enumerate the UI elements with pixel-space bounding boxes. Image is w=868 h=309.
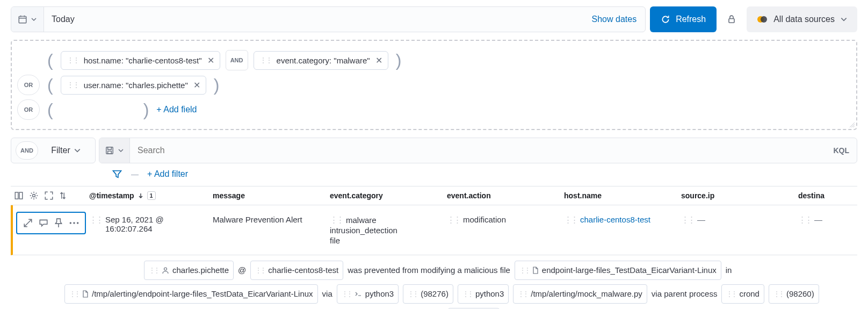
resize-handle-icon[interactable] — [849, 121, 855, 128]
drag-handle-icon[interactable] — [342, 286, 351, 302]
drag-handle-icon[interactable] — [564, 215, 577, 225]
close-icon[interactable]: ✕ — [207, 55, 214, 66]
col-category[interactable]: event.category — [327, 187, 444, 204]
table-row: Sep 16, 2021 @ 16:02:07.264 Malware Prev… — [11, 205, 857, 255]
date-label[interactable]: Today — [44, 15, 82, 24]
col-dest[interactable]: destina — [795, 187, 857, 204]
filter-pill-user[interactable]: user.name: "charles.pichette" ✕ — [61, 76, 206, 95]
token-path[interactable]: /tmp/alerting/endpoint-large-files_TestD… — [64, 284, 318, 304]
filter-text: event.category: "malware" — [277, 56, 370, 65]
search-input[interactable] — [130, 146, 826, 155]
filter-label: Filter — [51, 146, 70, 155]
cell-value: malware — [346, 215, 377, 225]
drag-handle-icon[interactable] — [255, 262, 265, 278]
fullscreen-icon[interactable] — [44, 191, 54, 200]
pin-icon[interactable] — [54, 218, 63, 228]
close-paren: ) — [394, 51, 404, 70]
row-actions-cell — [13, 205, 86, 255]
add-filter-link[interactable]: + Add filter — [147, 169, 188, 179]
sort-order-badge: 1 — [147, 191, 156, 200]
token-script[interactable]: /tmp/alerting/mock_malware.py — [513, 284, 647, 304]
show-dates-link[interactable]: Show dates — [583, 15, 646, 24]
or-badge[interactable]: OR — [17, 75, 40, 95]
cell-dest: — — [795, 205, 857, 255]
terminal-icon — [355, 291, 362, 297]
save-icon — [105, 146, 114, 155]
gear-icon[interactable] — [29, 191, 39, 200]
sourcerer-icon — [756, 13, 768, 25]
token-pid[interactable]: (98276) — [403, 284, 453, 304]
cell-value: — — [697, 215, 705, 224]
filter-icon[interactable] — [112, 169, 122, 179]
col-host[interactable]: host.name — [561, 187, 678, 204]
drag-handle-icon[interactable] — [149, 262, 158, 278]
user-icon — [162, 267, 169, 274]
drag-handle-icon[interactable] — [798, 215, 811, 225]
and-badge[interactable]: AND — [226, 50, 248, 70]
drag-handle-icon[interactable] — [67, 81, 78, 89]
drag-handle-icon[interactable] — [259, 56, 271, 64]
add-field-link[interactable]: + Add field — [156, 105, 197, 114]
filter-text: host.name: "charlie-centos8-test" — [84, 56, 202, 65]
detail-text: via parent process — [652, 286, 718, 302]
drag-handle-icon[interactable] — [726, 286, 736, 302]
chevron-down-icon — [118, 147, 124, 154]
col-message[interactable]: message — [209, 187, 327, 204]
col-label: source.ip — [681, 191, 714, 200]
drag-handle-icon[interactable] — [519, 262, 529, 278]
and-badge[interactable]: AND — [16, 141, 38, 160]
token-parent[interactable]: crond — [721, 284, 764, 304]
drag-handle-icon[interactable] — [447, 215, 460, 225]
drag-handle-icon[interactable] — [681, 215, 694, 225]
expand-icon[interactable] — [23, 218, 33, 228]
refresh-label: Refresh — [676, 15, 706, 24]
svg-point-14 — [76, 222, 78, 224]
drag-handle-icon[interactable] — [89, 215, 102, 225]
close-icon[interactable]: ✕ — [375, 55, 382, 66]
kql-toggle[interactable]: KQL — [826, 146, 857, 155]
host-link[interactable]: charlie-centos8-test — [580, 215, 650, 224]
svg-point-6 — [761, 16, 767, 23]
col-label: destina — [798, 191, 824, 200]
document-icon — [82, 290, 89, 298]
comment-icon[interactable] — [39, 218, 48, 228]
drag-handle-icon[interactable] — [408, 286, 417, 302]
token-text: python3 — [475, 286, 504, 302]
cell-value: Sep 16, 2021 @ 16:02:07.264 — [105, 215, 206, 233]
refresh-button[interactable]: Refresh — [650, 6, 717, 32]
close-icon[interactable]: ✕ — [193, 80, 200, 90]
col-label: @timestamp — [89, 191, 134, 200]
token-process[interactable]: python3 — [458, 284, 509, 304]
col-timestamp[interactable]: @timestamp 1 — [86, 187, 209, 204]
open-paren: ( — [45, 51, 55, 70]
token-host[interactable]: charlie-centos8-test — [250, 261, 343, 280]
drag-handle-icon[interactable] — [67, 56, 78, 64]
token-text: python3 — [365, 286, 394, 302]
close-paren: ) — [212, 75, 222, 95]
data-sources-button[interactable]: All data sources — [747, 6, 857, 32]
drag-handle-icon[interactable] — [462, 286, 472, 302]
filter-pill-category[interactable]: event.category: "malware" ✕ — [254, 51, 388, 70]
more-icon[interactable] — [69, 218, 79, 228]
token-text: endpoint-large-files_TestData_EicarVaria… — [542, 262, 717, 278]
filter-dropdown[interactable]: AND Filter — [11, 138, 96, 163]
search-bar: KQL — [99, 138, 857, 163]
token-file[interactable]: endpoint-large-files_TestData_EicarVaria… — [515, 261, 721, 280]
token-user[interactable]: charles.pichette — [144, 261, 234, 280]
drag-handle-icon[interactable] — [773, 286, 783, 302]
drag-handle-icon[interactable] — [518, 286, 527, 302]
token-pid[interactable]: (98260) — [769, 284, 819, 304]
date-picker-toggle[interactable] — [11, 7, 44, 32]
filter-pill-host[interactable]: host.name: "charlie-centos8-test" ✕ — [61, 51, 220, 70]
token-process[interactable]: python3 — [337, 284, 399, 304]
saved-query-button[interactable] — [99, 138, 130, 163]
or-badge[interactable]: OR — [17, 99, 40, 120]
sort-icon[interactable] — [59, 191, 67, 200]
add-filter-row: — + Add filter — [11, 169, 857, 179]
drag-handle-icon[interactable] — [69, 286, 79, 302]
col-source[interactable]: source.ip — [678, 187, 795, 204]
columns-icon[interactable] — [14, 191, 24, 200]
drag-handle-icon[interactable] — [330, 215, 343, 225]
lock-button[interactable] — [721, 6, 742, 32]
col-action[interactable]: event.action — [444, 187, 561, 204]
